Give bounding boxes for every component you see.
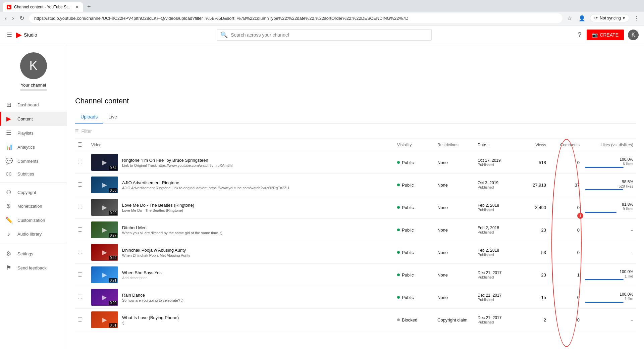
sidebar-item-comments[interactable]: 💬 Comments [0,154,67,168]
url-bar[interactable] [29,13,562,23]
video-cell: ▶ 0:20 Rain Dance So how are you going t… [89,286,394,309]
customization-label: Customization [17,218,45,223]
header-right-actions: ? 📷 CREATE K [576,30,639,40]
tab-uploads[interactable]: Uploads [75,111,103,123]
video-title: What Is Love (Buying Phone) [122,315,392,320]
nav-divider-1 [0,183,67,183]
select-all-checkbox[interactable] [78,142,82,147]
video-thumbnail[interactable]: ▶ 0:20 [91,289,118,306]
sidebar-item-dashboard[interactable]: ⊞ Dashboard [0,98,67,112]
sidebar: K Your channel ⊞ Dashboard ▶ Content ☰ P… [0,44,67,349]
video-cell: ▶ 0:20 Love Me Do - The Beatles (Rington… [89,196,394,219]
extensions-icon[interactable]: ⋮ [632,14,641,23]
likes-cell: 100.0%1 like [582,264,636,286]
sidebar-item-content[interactable]: ▶ Content [0,112,67,126]
row-checkbox-cell [75,309,89,331]
back-button[interactable]: ‹ [3,13,9,23]
row-checkbox[interactable] [78,160,82,164]
video-title: AJIO Advertisement Ringtone [122,180,392,185]
feedback-icon: ⚑ [5,264,12,271]
browser-chrome: ▶ Channel content - YouTube Stu... ✕ + ‹… [0,0,644,26]
row-checkbox[interactable] [78,317,82,321]
not-syncing-label: Not syncing [600,16,621,20]
create-icon: 📷 [592,32,598,38]
likes-column-header[interactable]: Likes (vs. dislikes) [582,139,636,151]
refresh-button[interactable]: ↻ [17,13,26,23]
row-checkbox[interactable] [78,205,82,209]
visibility-cell: Blocked [394,309,435,331]
sidebar-item-monetization[interactable]: $ Monetization [0,199,67,213]
user-avatar[interactable]: K [628,30,639,40]
row-checkbox[interactable] [78,227,82,232]
sidebar-item-analytics[interactable]: 📊 Analytics [0,140,67,154]
comments-column-header[interactable]: Comments [549,139,582,151]
likes-cell: – [582,241,636,264]
date-cell: Feb 2, 2018Published [475,219,522,241]
video-thumbnail[interactable]: ▶ 0:27 [91,221,118,238]
views-cell: 15 [522,286,549,309]
date-column-header[interactable]: Date ↓ [475,139,522,151]
sidebar-item-settings[interactable]: ⚙ Settings [0,247,67,261]
create-button[interactable]: 📷 CREATE [587,30,624,40]
monetization-label: Monetization [17,204,42,209]
tab-live[interactable]: Live [103,111,122,123]
video-title: When She Says Yes [122,270,392,275]
restrictions-column-header[interactable]: Restrictions [435,139,475,151]
video-thumbnail[interactable]: ▶ 0:36 [91,177,118,193]
visibility-cell: Public [394,286,435,309]
new-tab-button[interactable]: + [85,2,94,12]
sidebar-item-customization[interactable]: ✏️ Customization [0,213,67,227]
youtube-studio-logo[interactable]: ▶ Studio [16,31,37,39]
video-thumbnail[interactable]: ▶ 0:34 [91,154,118,171]
video-column-header[interactable]: Video [89,139,394,151]
not-syncing-button[interactable]: ⟳ Not syncing ▾ [590,14,629,22]
hamburger-menu[interactable]: ☰ [5,30,13,40]
video-cell-content: ▶ 0:34 Ringtone "I'm On Fire" by Bruce S… [91,154,392,171]
video-thumbnail[interactable]: ▶ 3:01 [91,311,118,328]
video-thumbnail[interactable]: ▶ 0:20 [91,199,118,216]
video-duration: 0:34 [109,166,117,170]
help-button[interactable]: ? [576,30,583,40]
bookmark-icon[interactable]: ☆ [565,14,574,23]
comments-cell: 0 [549,241,582,264]
channel-avatar[interactable]: K [20,52,47,79]
video-duration: 0:20 [109,301,117,305]
date-cell: Dec 21, 2017Published [475,309,522,331]
nav-divider-2 [0,244,67,244]
sidebar-item-copyright[interactable]: © Copyright [0,186,67,199]
forward-button[interactable]: › [10,13,16,23]
video-thumbnail[interactable]: ▶ 0:21 [91,266,118,283]
sidebar-item-playlists[interactable]: ☰ Playlists [0,126,67,140]
sync-icon: ⟳ [594,16,598,20]
row-checkbox[interactable] [78,272,82,277]
select-all-header [75,139,89,151]
views-cell: 27,918 [522,174,549,196]
video-info: Ringtone "I'm On Fire" by Bruce Springst… [122,158,392,167]
likes-cell: – [582,309,636,331]
video-title: Ringtone "I'm On Fire" by Bruce Springst… [122,158,392,163]
sidebar-item-subtitles[interactable]: CC Subtitles [0,168,67,180]
video-description: Add description [122,276,392,280]
video-thumbnail[interactable]: ▶ 0:44 [91,244,118,261]
sidebar-item-send-feedback[interactable]: ⚑ Send feedback [0,261,67,275]
subtitles-icon: CC [5,172,12,177]
row-checkbox[interactable] [78,182,82,187]
views-column-header[interactable]: Views [522,139,549,151]
video-description: Love Me Do - The Beatles (Ringtone) [122,208,392,212]
sidebar-item-audio-library[interactable]: ♪ Audio library [0,227,67,241]
views-cell: 518 [522,151,549,174]
visibility-column-header[interactable]: Visibility [394,139,435,151]
video-title: Dhinchak Pooja w Abusing Aunty [122,248,392,253]
likes-cell: 81.8%9 likes [582,196,636,219]
search-input[interactable] [217,29,432,41]
app-header: ☰ ▶ Studio 🔍 ? 📷 CREATE K [0,26,644,44]
channel-subs-bar [20,89,47,91]
row-checkbox[interactable] [78,295,82,299]
browser-tab-active[interactable]: ▶ Channel content - YouTube Stu... ✕ [3,2,83,12]
row-checkbox[interactable] [78,250,82,254]
tab-close-button[interactable]: ✕ [75,4,79,10]
profile-icon[interactable]: 👤 [577,14,587,23]
restrictions-cell: None [435,219,475,241]
video-duration: 0:21 [109,278,117,283]
video-description: When Dhinchak Pooja Met Abusing Aunty [122,253,392,257]
